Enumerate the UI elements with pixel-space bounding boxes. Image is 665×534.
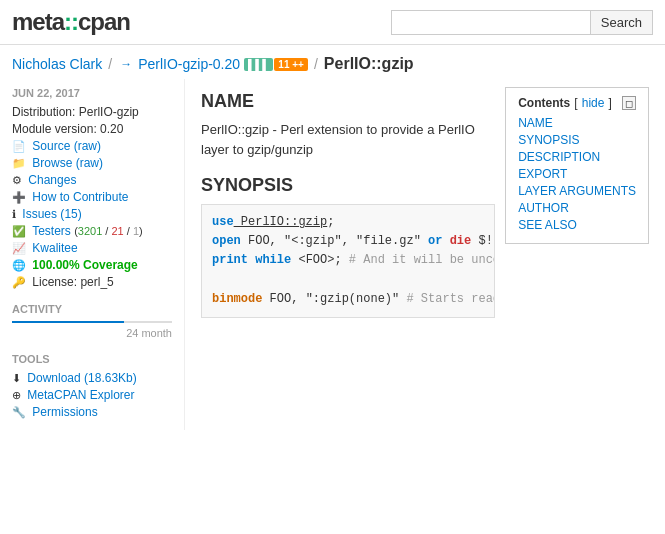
toc-hide-link[interactable]: hide [582, 96, 605, 110]
activity-label: ACTIVITY [12, 303, 172, 315]
explorer-link[interactable]: MetaCPAN Explorer [27, 388, 134, 402]
kwalitee-link[interactable]: Kwalitee [32, 241, 77, 255]
issues-icon: ℹ [12, 208, 16, 220]
contribute-link[interactable]: How to Contribute [32, 190, 128, 204]
breadcrumb-arrow: → [120, 57, 132, 71]
sidebar-browse[interactable]: 📁 Browse (raw) [12, 156, 172, 170]
badge-blue: ▌▌▌ [244, 58, 273, 71]
sidebar: JUN 22, 2017 Distribution: PerlIO-gzip M… [0, 79, 185, 430]
badge-orange: 11 ++ [274, 58, 308, 71]
activity-time: 24 month [12, 327, 172, 339]
toc-link[interactable]: NAME [518, 116, 636, 130]
source-link[interactable]: Source (raw) [32, 139, 101, 153]
sidebar-testers[interactable]: ✅ Testers (3201 / 21 / 1) [12, 224, 172, 238]
testers-link[interactable]: Testers [32, 224, 74, 238]
breadcrumb: Nicholas Clark / → PerlIO-gzip-0.20 ▌▌▌ … [0, 45, 665, 79]
sidebar-source[interactable]: 📄 Source (raw) [12, 139, 172, 153]
contribute-icon: ➕ [12, 191, 26, 203]
sidebar-issues[interactable]: ℹ Issues (15) [12, 207, 172, 221]
breadcrumb-module: PerlIO::gzip [324, 55, 414, 73]
license-icon: 🔑 [12, 276, 26, 288]
sidebar-how-to-contribute[interactable]: ➕ How to Contribute [12, 190, 172, 204]
sidebar-permissions[interactable]: 🔧 Permissions [12, 405, 172, 419]
toc-toggle-icon[interactable]: ◻ [622, 96, 636, 110]
toc-box: Contents [hide] ◻ NAMESYNOPSISDESCRIPTIO… [505, 87, 649, 244]
search-input[interactable] [391, 10, 591, 35]
breadcrumb-sep1: / [108, 56, 112, 72]
testers-icon: ✅ [12, 225, 26, 237]
changes-link[interactable]: Changes [28, 173, 76, 187]
sidebar-metacpan-explorer[interactable]: ⊕ MetaCPAN Explorer [12, 388, 172, 402]
activity-bar-fill [12, 321, 124, 323]
breadcrumb-badges: ▌▌▌ 11 ++ [244, 58, 308, 71]
header: meta::cpan Search [0, 0, 665, 45]
testers-fail: 21 [111, 225, 123, 237]
toc-links: NAMESYNOPSISDESCRIPTIONEXPORTLAYER ARGUM… [518, 116, 636, 232]
toc-title: Contents [518, 96, 570, 110]
sidebar-license: 🔑 License: perl_5 [12, 275, 172, 289]
toc-link[interactable]: EXPORT [518, 167, 636, 181]
toc-header: Contents [hide] ◻ [518, 96, 636, 110]
logo: meta::cpan [12, 8, 130, 36]
sidebar-kwalitee[interactable]: 📈 Kwalitee [12, 241, 172, 255]
explorer-icon: ⊕ [12, 389, 21, 401]
content-area: Contents [hide] ◻ NAMESYNOPSISDESCRIPTIO… [185, 79, 665, 430]
code-block: use PerlIO::gzip;open FOO, "<:gzip", "fi… [201, 204, 495, 318]
toc-link[interactable]: DESCRIPTION [518, 150, 636, 164]
permissions-icon: 🔧 [12, 406, 26, 418]
sidebar-date: JUN 22, 2017 [12, 87, 172, 99]
sidebar-coverage[interactable]: 🌐 100.00% Coverage [12, 258, 172, 272]
sidebar-distribution: Distribution: PerlIO-gzip [12, 105, 172, 119]
issues-link[interactable]: Issues (15) [22, 207, 81, 221]
toc-link[interactable]: LAYER ARGUMENTS [518, 184, 636, 198]
activity-bar [12, 321, 172, 323]
download-icon: ⬇ [12, 372, 21, 384]
testers-na: 1 [133, 225, 139, 237]
search-form[interactable]: Search [391, 10, 653, 35]
sidebar-changes[interactable]: ⚙ Changes [12, 173, 172, 187]
sidebar-download[interactable]: ⬇ Download (18.63Kb) [12, 371, 172, 385]
breadcrumb-author-link[interactable]: Nicholas Clark [12, 56, 102, 72]
breadcrumb-sep2: / [314, 56, 318, 72]
download-link[interactable]: Download (18.63Kb) [27, 371, 136, 385]
coverage-icon: 🌐 [12, 259, 26, 271]
kwalitee-icon: 📈 [12, 242, 26, 254]
tools-section: TOOLS ⬇ Download (18.63Kb) ⊕ MetaCPAN Ex… [12, 353, 172, 419]
search-button[interactable]: Search [591, 10, 653, 35]
testers-counts: (3201 / 21 / 1) [74, 225, 143, 237]
changes-icon: ⚙ [12, 174, 22, 186]
main-layout: JUN 22, 2017 Distribution: PerlIO-gzip M… [0, 79, 665, 430]
browse-link[interactable]: Browse (raw) [32, 156, 103, 170]
tools-label: TOOLS [12, 353, 172, 365]
source-icon: 📄 [12, 140, 26, 152]
testers-pass: 3201 [78, 225, 102, 237]
coverage-link[interactable]: 100.00% Coverage [32, 258, 137, 272]
toc-link[interactable]: SEE ALSO [518, 218, 636, 232]
toc-link[interactable]: AUTHOR [518, 201, 636, 215]
permissions-link[interactable]: Permissions [32, 405, 97, 419]
toc-link[interactable]: SYNOPSIS [518, 133, 636, 147]
browse-icon: 📁 [12, 157, 26, 169]
sidebar-module-version: Module version: 0.20 [12, 122, 172, 136]
breadcrumb-distribution-link[interactable]: PerlIO-gzip-0.20 [138, 56, 240, 72]
activity-section: ACTIVITY 24 month [12, 303, 172, 339]
